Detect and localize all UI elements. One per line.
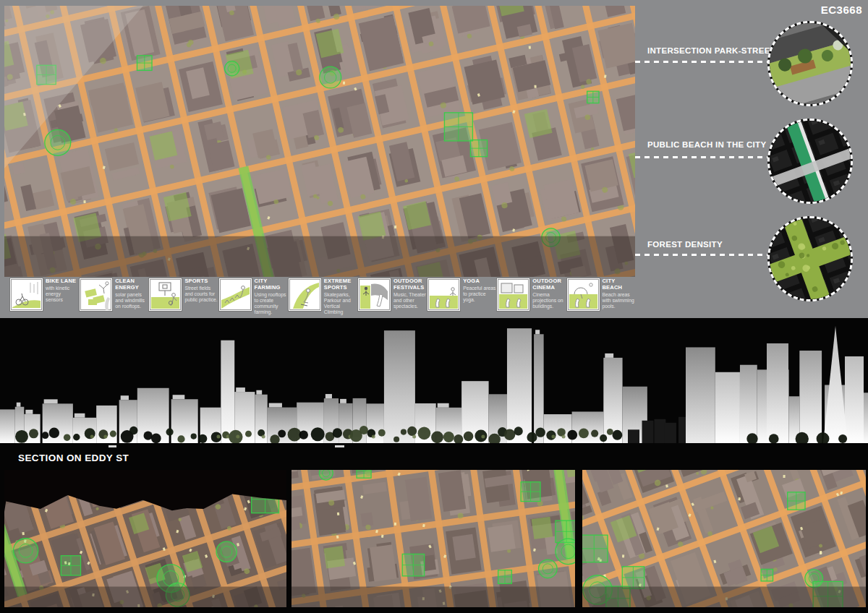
clean-energy-icon [80,278,112,311]
top-section: EC3668 INTERSECTION PARK-STREET PUBLIC B… [0,0,868,318]
extreme-sports-icon [289,278,321,311]
legend-item: OUTDOOR FESTIVALSMusic, Theater and othe… [358,278,427,316]
callout-label-beach: PUBLIC BEACH IN THE CITY [647,140,766,149]
yoga-icon [427,278,460,311]
legend-title: OUTDOOR CINEMA [532,278,566,291]
legend-title: CITY FARMING [255,278,288,291]
model-detail-photo-1 [4,470,286,607]
city-model-aerial-art [4,6,635,277]
legend-item: YOGAPeaceful areas to practice yoga. [427,278,497,316]
legend-item: SPORTSStreet fields and courts for publi… [149,278,218,316]
legend-item: OUTDOOR CINEMACinema projections on buil… [497,278,566,316]
public-beach-photo [767,119,853,204]
callout-line [635,61,771,63]
city-model-aerial-photo [4,6,635,277]
legend-desc: Cinema projections on buildings. [532,292,566,309]
legend-desc: with kinetic energy sensors [46,286,79,303]
legend-title: YOGA [463,278,496,285]
sports-icon [149,278,182,311]
legend-title: SPORTS [184,278,218,285]
outdoor-festivals-icon [358,278,391,311]
callout-label-forest: FOREST DENSITY [647,240,723,249]
bike-lane-icon [10,278,43,311]
city-farming-icon [219,278,252,311]
legend-title: CITY BEACH [603,278,636,291]
legend-desc: Skateparks, Parkour and Vertical Climbin… [324,292,357,315]
legend-desc: Street fields and courts for public prac… [184,286,218,303]
callout-line [635,156,770,158]
outdoor-cinema-icon [497,278,529,311]
legend-desc: solar panels and windmills on rooftops. [115,292,148,309]
model-detail-photo-2 [292,470,575,607]
legend-desc: Music, Theater and other spectacles. [393,292,427,309]
board-code: EC3668 [821,4,862,16]
section-label: SECTION ON EDDY ST [18,453,129,463]
legend-item: CITY BEACHBeach areas with swimming pool… [567,278,637,316]
legend-title: CLEAN ENERGY [115,278,148,291]
legend-desc: Peaceful areas to practice yoga. [463,286,496,303]
legend-title: BIKE LANE [46,278,79,285]
legend-title: EXTREME SPORTS [324,278,357,291]
legend-item: BIKE LANEwith kinetic energy sensors [10,278,80,316]
legend-desc: Using rooftops to create community farmi… [255,292,288,315]
legend-item: CLEAN ENERGYsolar panels and windmills o… [80,278,149,316]
presentation-board: EC3668 INTERSECTION PARK-STREET PUBLIC B… [0,0,868,613]
model-detail-photo-3 [582,470,866,607]
legend-item: CITY FARMINGUsing rooftops to create com… [219,278,289,316]
legend-desc: Beach areas with swimming pools. [603,292,636,309]
callout-line [635,254,770,256]
legend-item: EXTREME SPORTSSkateparks, Parkour and Ve… [289,278,358,316]
legend-title: OUTDOOR FESTIVALS [393,278,427,291]
intersection-park-street-photo [767,21,853,106]
eddy-street-section-drawing [0,322,868,455]
legend-row: BIKE LANEwith kinetic energy sensorsCLEA… [10,278,637,316]
callout-label-intersection: INTERSECTION PARK-STREET [647,46,775,55]
forest-density-photo [767,216,853,301]
lower-section: SECTION ON EDDY ST [0,318,868,613]
city-beach-icon [567,278,600,311]
